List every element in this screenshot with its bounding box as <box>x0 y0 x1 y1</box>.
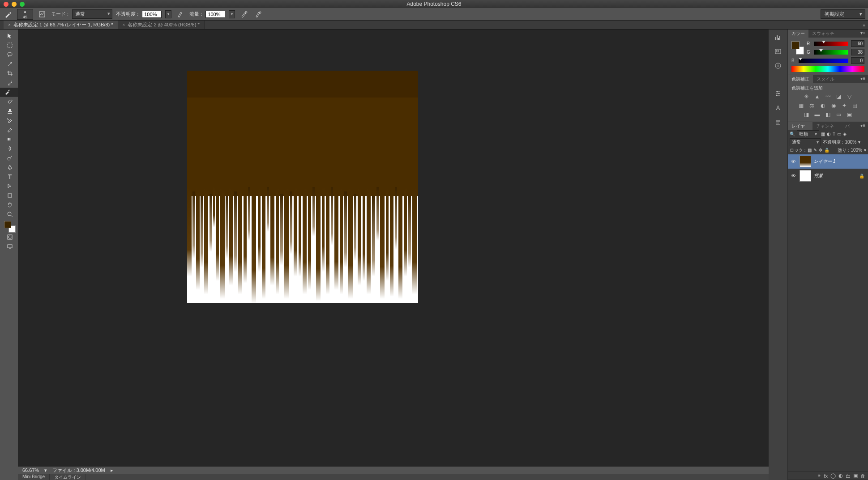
gradient-tool-icon[interactable] <box>4 135 16 144</box>
info-icon[interactable] <box>772 61 784 71</box>
panel-menu-icon[interactable]: ▾≡ <box>858 122 868 130</box>
pressure-size-icon[interactable] <box>253 9 264 19</box>
visibility-icon[interactable]: 👁 <box>790 173 797 178</box>
paragraph-icon[interactable] <box>772 117 784 127</box>
brightness-icon[interactable]: ☀ <box>803 93 811 100</box>
styles-tab[interactable]: スタイル <box>813 75 838 83</box>
close-tab-icon[interactable]: × <box>123 22 125 27</box>
brush-preset-picker[interactable]: •45 <box>17 9 33 20</box>
tab-bar-menu-icon[interactable]: » <box>205 21 868 29</box>
foreground-color[interactable] <box>4 221 11 228</box>
layer-row[interactable]: 👁 レイヤー 1 <box>788 154 868 169</box>
layer-thumbnail[interactable] <box>800 170 811 182</box>
photo-filter-icon[interactable]: ◉ <box>830 102 838 109</box>
workspace-select[interactable]: 初期設定 <box>821 9 865 19</box>
healing-brush-tool-icon[interactable] <box>4 97 16 106</box>
document-tab-1[interactable]: ×名称未設定 1 @ 66.7% (レイヤー 1, RGB/8) * <box>4 21 118 29</box>
channels-tab[interactable]: チャンネル <box>812 122 842 130</box>
shape-tool-icon[interactable] <box>4 191 16 200</box>
blur-tool-icon[interactable] <box>4 144 16 153</box>
canvas-area[interactable]: 66.67% ▾ ファイル : 3.00M/4.00M ▸ Mini Bridg… <box>18 30 769 480</box>
flow-input[interactable] <box>205 11 225 18</box>
navigator-icon[interactable] <box>772 47 784 56</box>
lock-transparency-icon[interactable]: ▦ <box>808 148 812 153</box>
zoom-dropdown-icon[interactable]: ▾ <box>44 467 47 473</box>
quickmask-icon[interactable] <box>4 233 16 242</box>
g-slider[interactable] <box>814 50 848 55</box>
zoom-tool-icon[interactable] <box>4 210 16 219</box>
blend-mode-select[interactable]: 通常 <box>72 9 112 19</box>
layer-name[interactable]: レイヤー 1 <box>814 158 835 165</box>
panel-menu-icon[interactable]: ▾≡ <box>858 75 868 83</box>
paths-tab[interactable]: パス <box>842 122 858 130</box>
adjustment-layer-icon[interactable]: ◐ <box>838 473 843 479</box>
posterize-icon[interactable]: ▬ <box>813 111 821 118</box>
threshold-icon[interactable]: ◧ <box>824 111 832 118</box>
character-icon[interactable] <box>772 103 784 113</box>
flow-dropdown-icon[interactable]: ▾ <box>229 10 235 18</box>
maximize-window-button[interactable] <box>20 2 25 7</box>
layer-name[interactable]: 背景 <box>814 173 823 179</box>
type-tool-icon[interactable] <box>4 172 16 181</box>
close-window-button[interactable] <box>4 2 9 7</box>
stamp-tool-icon[interactable] <box>4 106 16 115</box>
pressure-opacity-icon[interactable] <box>175 9 186 19</box>
link-layers-icon[interactable]: ⚭ <box>817 473 821 479</box>
filter-adj-icon[interactable]: ◐ <box>827 132 831 136</box>
zoom-level[interactable]: 66.67% <box>22 467 39 473</box>
history-brush-tool-icon[interactable] <box>4 116 16 125</box>
wand-tool-icon[interactable] <box>4 59 16 68</box>
lookup-icon[interactable]: ▤ <box>851 102 859 109</box>
color-swatch[interactable] <box>4 221 16 233</box>
spectrum-picker[interactable] <box>791 66 864 72</box>
group-icon[interactable]: 🗀 <box>846 473 851 479</box>
move-tool-icon[interactable] <box>4 31 16 40</box>
filter-shape-icon[interactable]: ▭ <box>837 132 841 136</box>
adjustments-tab[interactable]: 色調補正 <box>788 75 813 83</box>
close-tab-icon[interactable]: × <box>8 22 11 27</box>
hand-tool-icon[interactable] <box>4 200 16 209</box>
b-slider[interactable] <box>799 59 848 63</box>
balance-icon[interactable]: ⚖ <box>808 102 816 109</box>
visibility-icon[interactable]: 👁 <box>790 159 797 164</box>
curves-icon[interactable]: 〰 <box>824 93 832 100</box>
filter-smart-icon[interactable]: ◈ <box>843 132 847 136</box>
bw-icon[interactable]: ◐ <box>819 102 827 109</box>
delete-layer-icon[interactable]: 🗑 <box>860 473 865 479</box>
lock-pixels-icon[interactable]: ✎ <box>813 148 817 153</box>
r-slider[interactable] <box>814 42 848 46</box>
color-tab[interactable]: カラー <box>788 30 808 38</box>
document-canvas[interactable] <box>187 71 418 303</box>
r-input[interactable] <box>851 40 864 47</box>
airbrush-icon[interactable] <box>239 9 249 19</box>
eraser-tool-icon[interactable] <box>4 125 16 134</box>
properties-icon[interactable] <box>772 89 784 98</box>
panel-menu-icon[interactable]: ▾≡ <box>858 30 868 38</box>
screen-mode-icon[interactable] <box>4 242 16 251</box>
layers-tab[interactable]: レイヤー <box>788 122 812 130</box>
gradient-map-icon[interactable]: ▭ <box>835 111 843 118</box>
g-input[interactable] <box>851 49 864 55</box>
brush-panel-toggle-icon[interactable] <box>37 9 47 19</box>
mixer-icon[interactable]: ✦ <box>840 102 848 109</box>
opacity-input[interactable] <box>142 11 162 18</box>
layer-row[interactable]: 👁 背景 🔒 <box>788 169 868 183</box>
layer-fill[interactable]: 100% <box>851 148 862 153</box>
layer-style-icon[interactable]: fx <box>824 473 828 479</box>
layer-opacity[interactable]: 100% <box>845 140 857 144</box>
status-menu-icon[interactable]: ▸ <box>111 467 113 473</box>
histogram-icon[interactable] <box>772 32 784 42</box>
selective-color-icon[interactable]: ▣ <box>846 111 854 118</box>
lock-all-icon[interactable]: 🔒 <box>824 148 830 153</box>
layer-mask-icon[interactable]: ◯ <box>830 473 836 479</box>
b-input[interactable] <box>851 57 864 64</box>
crop-tool-icon[interactable] <box>4 69 16 78</box>
blend-mode-select[interactable]: 通常 <box>790 138 821 146</box>
filter-type-icon[interactable]: T <box>833 132 835 136</box>
eyedropper-tool-icon[interactable] <box>4 78 16 87</box>
minimize-window-button[interactable] <box>12 2 17 7</box>
invert-icon[interactable]: ◨ <box>803 111 811 118</box>
lock-position-icon[interactable]: ✥ <box>819 148 822 153</box>
filter-pixel-icon[interactable]: ▦ <box>821 132 825 136</box>
pen-tool-icon[interactable] <box>4 163 16 172</box>
